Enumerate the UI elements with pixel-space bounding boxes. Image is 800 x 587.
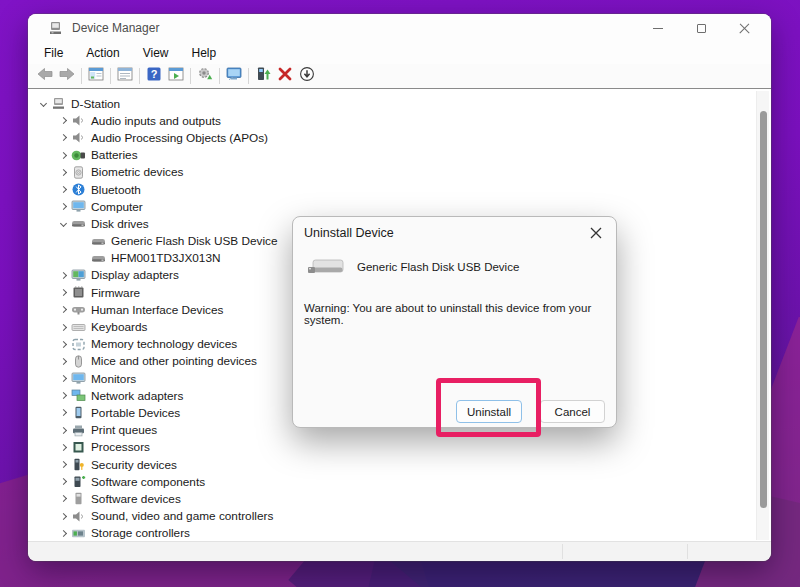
tree-item-label: Memory technology devices [91, 337, 237, 351]
tree-item-computer[interactable]: Computer [28, 198, 754, 215]
tree-item-sound-video-and-game-controllers[interactable]: Sound, video and game controllers [28, 508, 754, 525]
memory-icon [71, 338, 87, 351]
chevron-collapsed-icon[interactable] [56, 372, 70, 386]
toolbar-help-button[interactable]: ? [143, 66, 165, 86]
tree-item-audio-processing-objects-apos[interactable]: Audio Processing Objects (APOs) [28, 129, 754, 146]
tree-item-label: Software devices [91, 492, 181, 506]
toolbar-back-arrow-button[interactable] [34, 66, 56, 86]
menu-action[interactable]: Action [78, 44, 127, 62]
tree-item-label: Processors [91, 440, 150, 454]
dialog-warning-text: Warning: You are about to uninstall this… [304, 302, 616, 326]
chevron-expanded-icon[interactable] [56, 217, 70, 231]
toolbar-update-driver-button[interactable] [252, 66, 274, 86]
tree-item-label: Mice and other pointing devices [91, 354, 257, 368]
tree-item-label: Bluetooth [91, 183, 141, 197]
toolbar-disable-device-button[interactable] [296, 66, 318, 86]
tree-item-audio-inputs-and-outputs[interactable]: Audio inputs and outputs [28, 112, 754, 129]
chevron-collapsed-icon[interactable] [56, 200, 70, 214]
toolbar-properties-button[interactable] [114, 66, 136, 86]
tree-item-bluetooth[interactable]: Bluetooth [28, 181, 754, 198]
disk-icon [71, 217, 87, 230]
statusbar [28, 541, 771, 561]
toolbar-separator [219, 68, 220, 84]
cancel-button[interactable]: Cancel [540, 400, 605, 423]
toolbar-forward-arrow-button[interactable] [56, 66, 78, 86]
chevron-collapsed-icon[interactable] [56, 148, 70, 162]
chevron-collapsed-icon[interactable] [56, 406, 70, 420]
toolbar-separator [110, 68, 111, 84]
toolbar-computer-view-button[interactable] [223, 66, 245, 86]
chevron-collapsed-icon[interactable] [56, 354, 70, 368]
toolbar-scan-hardware-button[interactable] [194, 66, 216, 86]
help-icon: ? [146, 66, 162, 86]
tree-item-label: Monitors [91, 372, 136, 386]
scrollbar-thumb[interactable] [760, 111, 767, 508]
tree-item-label: Human Interface Devices [91, 303, 223, 317]
toolbar: ? [28, 64, 771, 88]
tree-item-processors[interactable]: Processors [28, 439, 754, 456]
chevron-collapsed-icon[interactable] [56, 509, 70, 523]
chevron-collapsed-icon[interactable] [56, 440, 70, 454]
tree-item-batteries[interactable]: Batteries [28, 147, 754, 164]
tree-item-software-devices[interactable]: Software devices [28, 490, 754, 507]
tree-item-biometric-devices[interactable]: Biometric devices [28, 164, 754, 181]
printer-icon [71, 424, 87, 437]
disable-device-icon [299, 66, 315, 86]
properties-icon [117, 66, 133, 86]
minimize-button[interactable] [643, 16, 673, 40]
hid-icon [71, 303, 87, 316]
chevron-collapsed-icon[interactable] [56, 268, 70, 282]
chevron-collapsed-icon[interactable] [56, 458, 70, 472]
tree-item-label: D-Station [71, 97, 120, 111]
uninstall-button[interactable]: Uninstall [456, 400, 522, 423]
toolbar-uninstall-device-button[interactable] [274, 66, 296, 86]
chevron-collapsed-icon[interactable] [56, 303, 70, 317]
close-icon [739, 23, 750, 34]
chevron-expanded-icon[interactable] [36, 97, 50, 111]
vertical-scrollbar[interactable] [756, 91, 769, 540]
update-driver-icon [255, 66, 271, 86]
maximize-button[interactable] [686, 16, 716, 40]
uninstall-device-icon [277, 66, 293, 86]
tree-item-software-components[interactable]: Software components [28, 473, 754, 490]
disk-icon [91, 252, 107, 265]
mouse-icon [71, 355, 87, 368]
close-button[interactable] [729, 16, 759, 40]
menu-file[interactable]: File [36, 44, 71, 62]
battery-icon [71, 149, 87, 162]
display-icon [71, 269, 87, 282]
storage-icon [71, 527, 87, 540]
tree-item-label: Generic Flash Disk USB Device [111, 234, 278, 248]
chevron-collapsed-icon[interactable] [56, 131, 70, 145]
back-arrow-icon [37, 66, 53, 86]
statusbar-divider [562, 544, 563, 559]
toolbar-console-tree-button[interactable] [85, 66, 107, 86]
menu-help[interactable]: Help [184, 44, 225, 62]
action-pane-icon [168, 66, 184, 86]
tree-item-storage-controllers[interactable]: Storage controllers [28, 525, 754, 541]
chevron-collapsed-icon[interactable] [56, 165, 70, 179]
toolbar-action-pane-button[interactable] [165, 66, 187, 86]
chevron-collapsed-icon[interactable] [56, 320, 70, 334]
tree-item-label: Portable Devices [91, 406, 180, 420]
usb-flash-drive-icon [307, 255, 347, 281]
toolbar-separator [248, 68, 249, 84]
chevron-collapsed-icon[interactable] [56, 423, 70, 437]
chevron-collapsed-icon[interactable] [56, 475, 70, 489]
menu-view[interactable]: View [135, 44, 177, 62]
chevron-collapsed-icon[interactable] [56, 337, 70, 351]
chevron-collapsed-icon[interactable] [56, 526, 70, 540]
chevron-collapsed-icon[interactable] [56, 114, 70, 128]
tree-item-label: Biometric devices [91, 165, 183, 179]
chevron-collapsed-icon[interactable] [56, 183, 70, 197]
chevron-collapsed-icon[interactable] [56, 389, 70, 403]
monitor-icon [71, 372, 87, 385]
tree-item-security-devices[interactable]: Security devices [28, 456, 754, 473]
tree-item-d-station[interactable]: D-Station [28, 95, 754, 112]
chevron-collapsed-icon[interactable] [56, 492, 70, 506]
dialog-close-button[interactable] [588, 225, 604, 241]
window-title: Device Manager [72, 21, 159, 35]
statusbar-divider [687, 544, 688, 559]
tree-item-label: Computer [91, 200, 143, 214]
chevron-collapsed-icon[interactable] [56, 286, 70, 300]
